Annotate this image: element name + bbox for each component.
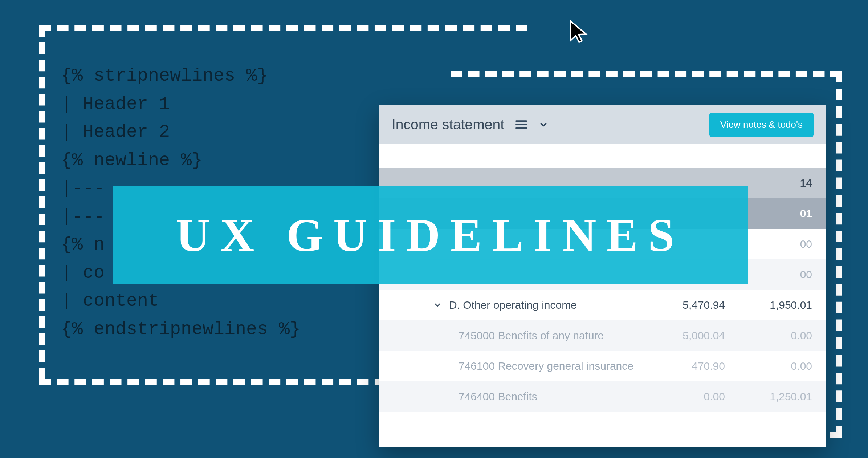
hamburger-menu-icon[interactable] bbox=[515, 119, 527, 130]
table-row[interactable]: D. Other operating income 5,470.94 1,950… bbox=[379, 290, 826, 320]
row-value-1: 5,000.04 bbox=[649, 329, 725, 342]
row-label: 746100 Recovery general insurance bbox=[459, 360, 649, 372]
panel-title: Income statement bbox=[392, 117, 504, 133]
row-label: 745000 Benefits of any nature bbox=[459, 329, 649, 342]
banner-text: UX GUIDELINES bbox=[176, 208, 685, 262]
row-value-1: 470.90 bbox=[649, 360, 725, 372]
row-value-2: 0.00 bbox=[725, 329, 812, 342]
row-label: D. Other operating income bbox=[449, 299, 649, 311]
row-label: 746400 Benefits bbox=[459, 390, 649, 403]
title-banner: UX GUIDELINES bbox=[113, 186, 748, 284]
view-notes-button[interactable]: View notes & todo's bbox=[709, 113, 814, 137]
row-value-1: 5,470.94 bbox=[649, 299, 725, 311]
table-row[interactable]: 746400 Benefits 0.00 1,250.01 bbox=[379, 381, 826, 412]
table-row[interactable]: 746100 Recovery general insurance 470.90… bbox=[379, 351, 826, 381]
cursor-icon bbox=[569, 18, 588, 45]
panel-header: Income statement View notes & todo's bbox=[379, 105, 826, 144]
chevron-down-icon[interactable] bbox=[538, 119, 549, 130]
row-value-2: 0.00 bbox=[725, 360, 812, 372]
table-row[interactable]: 745000 Benefits of any nature 5,000.04 0… bbox=[379, 320, 826, 351]
row-value-1: 0.00 bbox=[649, 390, 725, 403]
row-value-2: 1,950.01 bbox=[725, 299, 812, 311]
row-value-2: 1,250.01 bbox=[725, 390, 812, 403]
chevron-down-icon[interactable] bbox=[433, 301, 442, 309]
